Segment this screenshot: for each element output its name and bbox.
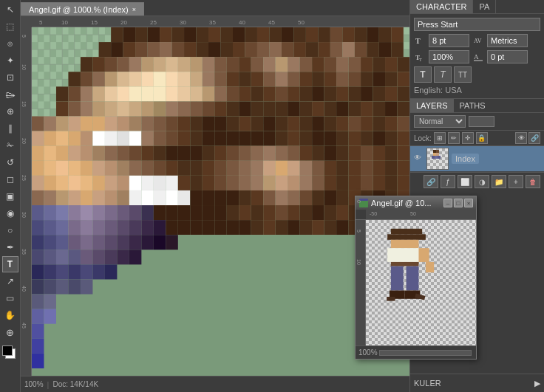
hand-tool[interactable]: ✋ [2, 307, 18, 323]
ruler-corner [21, 16, 32, 27]
svg-rect-130 [312, 86, 324, 101]
heal-tool[interactable]: ⊕ [2, 103, 18, 120]
blur-tool[interactable]: ◉ [2, 205, 18, 221]
font-scale-input[interactable] [429, 50, 469, 63]
svg-rect-72 [300, 57, 312, 72]
gradient-tool[interactable]: ▣ [2, 188, 18, 204]
float-close-button[interactable]: × [464, 199, 473, 207]
crop-tool[interactable]: ⊡ [2, 69, 18, 86]
svg-rect-322 [32, 190, 44, 205]
lock-all-button[interactable]: 🔒 [476, 132, 488, 144]
svg-rect-18 [269, 27, 281, 42]
font-baseline-input[interactable] [487, 50, 528, 63]
svg-rect-165 [385, 101, 397, 116]
svg-rect-399 [214, 220, 226, 235]
add-folder-button[interactable]: 📁 [492, 175, 506, 188]
status-zoom: 100% [24, 380, 44, 388]
allcaps-style-button[interactable]: TT [454, 66, 472, 83]
svg-rect-271 [166, 161, 177, 176]
path-select-tool[interactable]: ↗ [2, 273, 18, 289]
svg-rect-253 [324, 146, 336, 161]
pen-tool[interactable]: ✒ [2, 239, 18, 255]
add-layer-button[interactable]: + [509, 175, 523, 188]
float-title-bar[interactable]: Angel.gif @ 10... – □ × [356, 196, 476, 210]
tab-close-button[interactable]: × [132, 6, 136, 13]
svg-rect-209 [166, 131, 177, 146]
svg-rect-167 [32, 117, 44, 131]
svg-rect-152 [227, 101, 239, 116]
svg-rect-219 [288, 131, 299, 146]
svg-rect-234 [92, 146, 104, 161]
svg-rect-136 [385, 86, 397, 101]
lock-paint-button[interactable]: ✏ [448, 132, 460, 144]
svg-rect-331 [141, 190, 153, 205]
svg-rect-400 [227, 220, 239, 235]
svg-rect-309 [251, 176, 263, 190]
svg-rect-118 [166, 86, 177, 101]
eye-icon-button[interactable]: 👁 [515, 132, 527, 144]
link-layers-button[interactable]: 🔗 [424, 175, 438, 188]
float-minimize-button[interactable]: – [443, 199, 452, 207]
dodge-tool[interactable]: ○ [2, 222, 18, 238]
lasso-tool[interactable]: ⌾ [2, 35, 18, 52]
shape-tool[interactable]: ▭ [2, 290, 18, 306]
paths-tab[interactable]: PATHS [454, 99, 492, 112]
font-tracking-input[interactable] [487, 34, 528, 47]
svg-rect-288 [373, 161, 385, 176]
svg-rect-143 [117, 101, 129, 116]
svg-rect-145 [141, 101, 153, 116]
history-brush-tool[interactable]: ↺ [2, 154, 18, 171]
add-style-button[interactable]: ƒ [441, 175, 455, 188]
opacity-input[interactable] [469, 116, 494, 127]
font-size-input[interactable] [429, 34, 469, 47]
lock-transparent-button[interactable]: ⊞ [434, 132, 446, 144]
svg-rect-408 [324, 220, 336, 235]
delete-layer-button[interactable]: 🗑 [526, 175, 540, 188]
blend-mode-select[interactable]: Normal [414, 115, 466, 128]
svg-rect-60 [154, 57, 166, 72]
eraser-tool[interactable]: ◻ [2, 171, 18, 188]
svg-rect-238 [141, 146, 153, 161]
svg-rect-417 [44, 235, 55, 250]
brush-tool[interactable]: ∥ [2, 120, 18, 137]
float-canvas[interactable] [366, 220, 476, 345]
svg-rect-372 [263, 205, 275, 220]
add-adjustment-button[interactable]: ◑ [475, 175, 489, 188]
layer-visibility-icon[interactable]: 👁 [414, 154, 424, 164]
text-tool[interactable]: T [2, 256, 18, 272]
tab-bar: Angel.gif @ 1000.% (Index) × [21, 0, 409, 16]
svg-rect-440 [68, 264, 80, 279]
float-maximize-button[interactable]: □ [454, 199, 463, 207]
bold-style-button[interactable]: T [414, 66, 432, 83]
svg-rect-172 [92, 117, 104, 131]
italic-style-button[interactable]: T [434, 66, 452, 83]
main-tab[interactable]: Angel.gif @ 1000.% (Index) × [21, 2, 144, 16]
canvas-scroll-area[interactable] [32, 27, 409, 376]
lock-move-button[interactable]: ✛ [462, 132, 474, 144]
svg-rect-476 [391, 267, 404, 291]
svg-rect-304 [190, 176, 202, 190]
svg-rect-48 [330, 42, 342, 57]
stamp-tool[interactable]: ✁ [2, 137, 18, 154]
svg-rect-289 [385, 161, 397, 176]
pa-tab[interactable]: PA [473, 0, 496, 13]
svg-rect-278 [251, 161, 263, 176]
kuler-expand-button[interactable]: ▶ [534, 379, 540, 388]
layers-tab[interactable]: LAYERS [410, 99, 454, 112]
character-tab[interactable]: CHARACTER [410, 0, 473, 13]
zoom-tool[interactable]: ⊕ [2, 324, 18, 340]
magic-wand-tool[interactable]: ✦ [2, 52, 18, 69]
layer-item[interactable]: 👁 Index [410, 146, 544, 172]
eyedropper-tool[interactable]: ⌲ [2, 86, 18, 103]
svg-rect-314 [312, 176, 324, 190]
move-tool[interactable]: ↖ [2, 1, 18, 18]
marquee-tool[interactable]: ⬚ [2, 18, 18, 35]
svg-rect-214 [227, 131, 239, 146]
font-name-input[interactable] [414, 18, 540, 31]
float-scroll-bar[interactable] [379, 350, 472, 356]
svg-rect-43 [269, 42, 281, 57]
svg-rect-215 [239, 131, 251, 146]
add-mask-button[interactable]: ⬜ [458, 175, 472, 188]
link-icon-button[interactable]: 🔗 [528, 132, 540, 144]
svg-rect-21 [306, 27, 318, 42]
